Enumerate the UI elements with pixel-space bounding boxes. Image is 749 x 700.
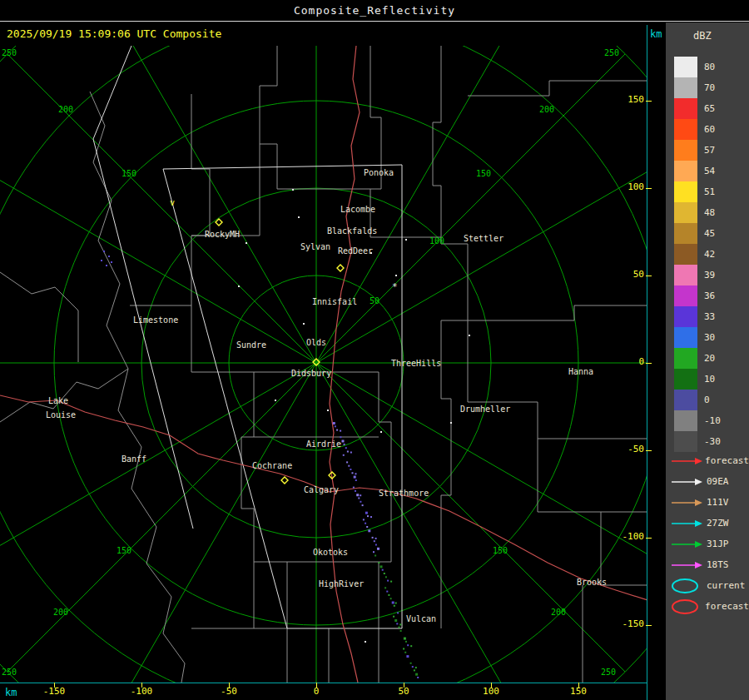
echo-dot	[375, 544, 377, 546]
right-axis-tick	[646, 625, 652, 626]
echo-dot	[333, 422, 335, 424]
echo-dot	[406, 655, 409, 658]
echo-dot	[340, 436, 341, 438]
right-axis-label: 150	[608, 94, 644, 105]
storm-arrow-icon	[671, 539, 704, 549]
bottom-axis-tick	[491, 683, 492, 688]
city-label: Sundre	[236, 340, 266, 350]
legend-item: current	[671, 575, 749, 596]
right-axis-label: 0	[608, 356, 644, 367]
right-axis-tick	[646, 188, 652, 189]
echo-dot	[348, 465, 350, 467]
dbz-scale-row: 57	[674, 140, 749, 161]
right-axis-tick	[646, 450, 652, 451]
range-label: 100	[429, 236, 444, 246]
echo-dot	[399, 627, 400, 628]
city-label: Okotoks	[313, 548, 348, 557]
town-dot	[275, 400, 276, 401]
echo-dot	[358, 498, 360, 499]
city-label: Cochrane	[252, 461, 292, 470]
legend-item: forecast	[671, 596, 749, 617]
dbz-value: 51	[704, 186, 715, 197]
bottom-axis-tick	[141, 683, 142, 688]
radar-site-icon	[337, 265, 344, 271]
bottom-axis-tick	[404, 683, 404, 688]
city-label: Airdrie	[306, 439, 341, 449]
echo-dot	[355, 479, 357, 481]
echo-dot	[342, 440, 345, 443]
city-label: Lake	[48, 396, 68, 405]
dbz-value: 39	[704, 270, 715, 280]
dbz-value: 48	[704, 207, 715, 218]
legend-label: 18TS	[707, 559, 729, 570]
echo-dot	[103, 251, 105, 252]
town-dot	[292, 189, 294, 191]
echo-dot	[394, 619, 397, 622]
azimuth-line	[7, 363, 316, 672]
city-label: Strathmore	[379, 489, 429, 498]
dbz-swatch	[674, 202, 697, 223]
echo-dot	[352, 472, 354, 474]
echo-dot	[396, 623, 398, 624]
title-text: Composite_Reflectivity	[294, 4, 455, 17]
dbz-scale-row: 65	[674, 98, 749, 119]
dbz-swatch	[674, 57, 697, 77]
city-label: Louise	[46, 410, 76, 420]
echo-dot	[335, 425, 336, 427]
echo-dot	[404, 638, 406, 640]
dbz-value: 0	[704, 395, 710, 405]
dbz-scale-row: 51	[674, 181, 749, 202]
echo-dot	[385, 576, 387, 578]
echo-dot	[387, 580, 389, 582]
echo-dot	[366, 526, 368, 528]
dbz-scale-row: 30	[674, 327, 749, 348]
range-label: 200	[58, 105, 73, 114]
echo-dot	[407, 644, 409, 646]
legend-label: forecast	[705, 601, 749, 612]
dbz-colorbar: 807065605754514845423936333020100-10-30	[674, 57, 749, 452]
dbz-scale-row: 0	[674, 390, 749, 410]
town-dot	[365, 641, 366, 643]
dbz-scale-row: 33	[674, 306, 749, 327]
window-title: Composite_Reflectivity	[0, 0, 749, 22]
dbz-swatch	[674, 265, 697, 285]
azimuth-line	[316, 363, 647, 582]
echo-dot	[392, 602, 394, 604]
legend-label: 111V	[707, 497, 729, 508]
echo-dot	[365, 523, 366, 524]
echo-dot	[375, 538, 377, 539]
dbz-scale-row: 39	[674, 265, 749, 285]
dbz-swatch	[674, 140, 697, 161]
town-dot	[380, 431, 382, 433]
dbz-value: 33	[704, 311, 715, 322]
echo-dot	[353, 487, 355, 489]
radar-site-icon	[281, 477, 288, 484]
echo-dot	[388, 594, 389, 596]
city-label: Drumheller	[460, 405, 510, 414]
town-dot	[303, 323, 305, 325]
range-label: 250	[2, 668, 17, 677]
bottom-axis-tick	[229, 683, 230, 688]
storm-arrow-icon	[671, 519, 704, 529]
dbz-swatch	[674, 285, 697, 306]
dbz-scale-row: 80	[674, 57, 749, 77]
storm-ellipse-icon	[671, 598, 702, 615]
echo-dot	[415, 673, 418, 676]
azimuth-line	[0, 145, 316, 364]
echo-dot	[390, 598, 392, 599]
town-dot	[298, 216, 300, 218]
echo-dot	[363, 519, 365, 520]
dbz-swatch	[674, 306, 697, 327]
echo-dot	[414, 669, 415, 671]
dbz-scale-row: 70	[674, 77, 749, 98]
echo-dot	[365, 512, 368, 514]
echo-dot	[111, 261, 112, 263]
dbz-scale-row: 20	[674, 348, 749, 369]
echo-dot	[346, 461, 348, 463]
radar-map: 2502001502502001501005015020025015020025…	[0, 46, 647, 683]
echo-dot	[384, 587, 386, 588]
echo-dot	[373, 551, 374, 553]
echo-dot	[106, 265, 107, 266]
echo-dot	[355, 473, 357, 474]
azimuth-line	[0, 363, 316, 582]
